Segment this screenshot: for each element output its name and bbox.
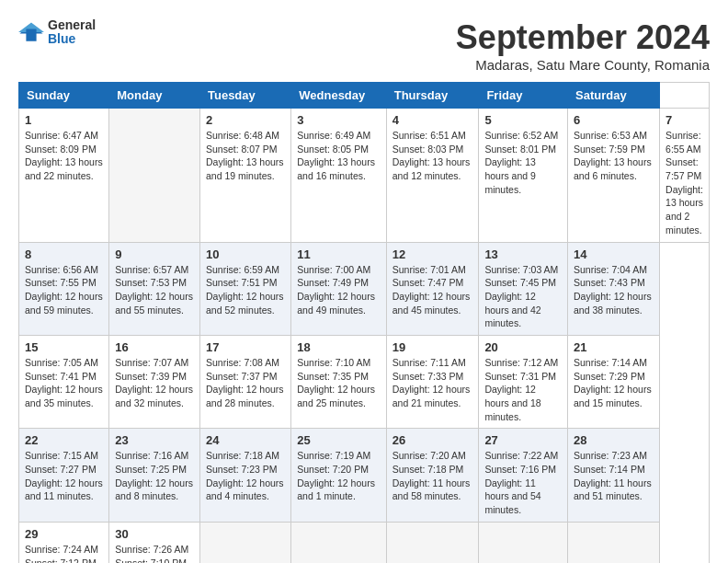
col-thursday: Thursday [386,83,479,109]
calendar-cell: 10Sunrise: 6:59 AM Sunset: 7:51 PM Dayli… [199,242,290,335]
calendar-cell: 9Sunrise: 6:57 AM Sunset: 7:53 PM Daylig… [109,242,200,335]
day-info: Sunrise: 6:48 AM Sunset: 8:07 PM Dayligh… [206,129,285,183]
day-number: 18 [297,340,380,354]
day-info: Sunrise: 7:15 AM Sunset: 7:27 PM Dayligh… [25,449,103,503]
day-info: Sunrise: 7:23 AM Sunset: 7:14 PM Dayligh… [574,449,654,503]
calendar-cell [109,109,200,243]
day-number: 2 [206,113,285,127]
day-info: Sunrise: 6:57 AM Sunset: 7:53 PM Dayligh… [115,263,194,317]
calendar-cell: 23Sunrise: 7:16 AM Sunset: 7:25 PM Dayli… [109,429,200,522]
day-number: 17 [206,340,285,354]
calendar-cell: 17Sunrise: 7:08 AM Sunset: 7:37 PM Dayli… [199,335,290,428]
calendar-header-row: Sunday Monday Tuesday Wednesday Thursday… [19,83,710,109]
calendar-cell: 18Sunrise: 7:10 AM Sunset: 7:35 PM Dayli… [291,335,386,428]
day-number: 19 [392,340,473,354]
day-info: Sunrise: 6:49 AM Sunset: 8:05 PM Dayligh… [297,129,380,183]
calendar-cell: 13Sunrise: 7:03 AM Sunset: 7:45 PM Dayli… [479,242,568,335]
location: Madaras, Satu Mare County, Romania [456,57,710,73]
calendar-cell: 20Sunrise: 7:12 AM Sunset: 7:31 PM Dayli… [479,335,568,428]
day-info: Sunrise: 7:11 AM Sunset: 7:33 PM Dayligh… [392,356,473,410]
calendar-row: 29Sunrise: 7:24 AM Sunset: 7:12 PM Dayli… [19,522,710,563]
day-number: 28 [574,433,654,447]
day-info: Sunrise: 7:08 AM Sunset: 7:37 PM Dayligh… [206,356,285,410]
day-number: 10 [206,247,285,261]
calendar-cell [479,522,568,563]
day-info: Sunrise: 6:47 AM Sunset: 8:09 PM Dayligh… [25,129,103,183]
day-number: 29 [25,527,103,541]
calendar-cell: 21Sunrise: 7:14 AM Sunset: 7:29 PM Dayli… [568,335,660,428]
month-title: September 2024 [456,18,710,57]
calendar-cell: 12Sunrise: 7:01 AM Sunset: 7:47 PM Dayli… [386,242,479,335]
logo: General Blue [18,18,96,47]
day-number: 26 [392,433,473,447]
day-number: 24 [206,433,285,447]
calendar-cell: 8Sunrise: 6:56 AM Sunset: 7:55 PM Daylig… [19,242,109,335]
calendar-cell: 3Sunrise: 6:49 AM Sunset: 8:05 PM Daylig… [291,109,386,243]
calendar-cell: 24Sunrise: 7:18 AM Sunset: 7:23 PM Dayli… [199,429,290,522]
day-info: Sunrise: 6:56 AM Sunset: 7:55 PM Dayligh… [25,263,103,317]
day-info: Sunrise: 7:00 AM Sunset: 7:49 PM Dayligh… [297,263,380,317]
calendar-cell: 26Sunrise: 7:20 AM Sunset: 7:18 PM Dayli… [386,429,479,522]
logo-text: General Blue [48,18,96,47]
title-section: September 2024 Madaras, Satu Mare County… [456,18,710,73]
day-number: 21 [574,340,654,354]
day-info: Sunrise: 7:01 AM Sunset: 7:47 PM Dayligh… [392,263,473,317]
calendar-cell: 5Sunrise: 6:52 AM Sunset: 8:01 PM Daylig… [479,109,568,243]
day-info: Sunrise: 7:14 AM Sunset: 7:29 PM Dayligh… [574,356,654,410]
day-info: Sunrise: 6:55 AM Sunset: 7:57 PM Dayligh… [665,129,703,237]
calendar-cell: 27Sunrise: 7:22 AM Sunset: 7:16 PM Dayli… [479,429,568,522]
day-number: 5 [484,113,562,127]
calendar-cell [199,522,290,563]
day-info: Sunrise: 7:05 AM Sunset: 7:41 PM Dayligh… [25,356,103,410]
calendar-cell: 7Sunrise: 6:55 AM Sunset: 7:57 PM Daylig… [660,109,710,243]
calendar-cell: 16Sunrise: 7:07 AM Sunset: 7:39 PM Dayli… [109,335,200,428]
day-info: Sunrise: 7:20 AM Sunset: 7:18 PM Dayligh… [392,449,473,503]
day-info: Sunrise: 6:53 AM Sunset: 7:59 PM Dayligh… [574,129,654,183]
col-friday: Friday [479,83,568,109]
calendar-cell [291,522,386,563]
day-number: 9 [115,247,194,261]
day-info: Sunrise: 7:26 AM Sunset: 7:10 PM Dayligh… [115,543,194,563]
day-info: Sunrise: 6:51 AM Sunset: 8:03 PM Dayligh… [392,129,473,183]
day-info: Sunrise: 7:19 AM Sunset: 7:20 PM Dayligh… [297,449,380,503]
logo-blue: Blue [48,32,96,46]
col-tuesday: Tuesday [199,83,290,109]
day-info: Sunrise: 7:07 AM Sunset: 7:39 PM Dayligh… [115,356,194,410]
day-number: 15 [25,340,103,354]
calendar-cell: 28Sunrise: 7:23 AM Sunset: 7:14 PM Dayli… [568,429,660,522]
day-number: 13 [484,247,562,261]
day-number: 3 [297,113,380,127]
calendar-cell: 11Sunrise: 7:00 AM Sunset: 7:49 PM Dayli… [291,242,386,335]
day-number: 14 [574,247,654,261]
calendar-row: 8Sunrise: 6:56 AM Sunset: 7:55 PM Daylig… [19,242,710,335]
day-info: Sunrise: 6:52 AM Sunset: 8:01 PM Dayligh… [484,129,562,196]
calendar-row: 22Sunrise: 7:15 AM Sunset: 7:27 PM Dayli… [19,429,710,522]
calendar-cell: 15Sunrise: 7:05 AM Sunset: 7:41 PM Dayli… [19,335,109,428]
day-number: 20 [484,340,562,354]
day-info: Sunrise: 7:04 AM Sunset: 7:43 PM Dayligh… [574,263,654,317]
day-number: 11 [297,247,380,261]
calendar-row: 1Sunrise: 6:47 AM Sunset: 8:09 PM Daylig… [19,109,710,243]
day-number: 30 [115,527,194,541]
calendar-table: Sunday Monday Tuesday Wednesday Thursday… [18,82,710,563]
calendar-cell: 25Sunrise: 7:19 AM Sunset: 7:20 PM Dayli… [291,429,386,522]
col-monday: Monday [109,83,200,109]
calendar-cell [386,522,479,563]
day-number: 16 [115,340,194,354]
page-header: General Blue September 2024 Madaras, Sat… [18,18,710,73]
calendar-cell: 22Sunrise: 7:15 AM Sunset: 7:27 PM Dayli… [19,429,109,522]
day-number: 25 [297,433,380,447]
day-number: 7 [665,113,703,127]
day-info: Sunrise: 7:22 AM Sunset: 7:16 PM Dayligh… [484,449,562,516]
day-number: 1 [25,113,103,127]
day-number: 8 [25,247,103,261]
calendar-row: 15Sunrise: 7:05 AM Sunset: 7:41 PM Dayli… [19,335,710,428]
calendar-cell: 2Sunrise: 6:48 AM Sunset: 8:07 PM Daylig… [199,109,290,243]
logo-general: General [48,18,96,32]
day-number: 27 [484,433,562,447]
day-info: Sunrise: 7:10 AM Sunset: 7:35 PM Dayligh… [297,356,380,410]
calendar-cell: 1Sunrise: 6:47 AM Sunset: 8:09 PM Daylig… [19,109,109,243]
calendar-cell [568,522,660,563]
day-info: Sunrise: 7:12 AM Sunset: 7:31 PM Dayligh… [484,356,562,423]
day-info: Sunrise: 6:59 AM Sunset: 7:51 PM Dayligh… [206,263,285,317]
